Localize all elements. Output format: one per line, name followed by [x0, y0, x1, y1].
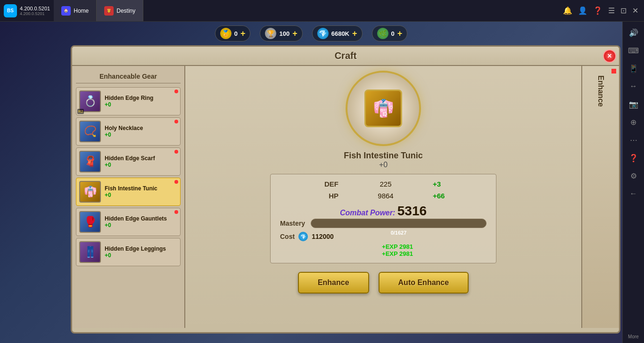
- gem-icon: 💎: [317, 28, 329, 39]
- action-buttons: Enhance Auto Enhance: [298, 272, 469, 294]
- resource-gem: 💎 6680K +: [312, 25, 363, 41]
- green-value: 0: [391, 30, 395, 37]
- green-plus[interactable]: +: [397, 29, 403, 39]
- resource-gold: 🏅 0 +: [215, 25, 251, 41]
- enhance-red-dot: [611, 69, 616, 74]
- craft-panel: Craft × Enhanceable Gear 💍 R2 Hidden Edg…: [71, 45, 620, 334]
- tab-destiny[interactable]: 👸 Destiny: [97, 0, 143, 21]
- sidebar-help2-icon[interactable]: ❓: [627, 151, 641, 165]
- bs-icon: BS: [4, 4, 17, 17]
- green-icon: 🌿: [377, 28, 388, 39]
- silver-icon: 🏆: [265, 28, 276, 39]
- destiny-tab-icon: 👸: [104, 6, 114, 16]
- cost-gem-icon: 💎: [298, 232, 308, 241]
- bluestacks-bar: BS 4.200.0.5201 4.200.0.5201 🏠 Home 👸 De…: [0, 0, 644, 22]
- gear-name-2: Holy Necklace: [105, 125, 177, 131]
- sidebar-dots-icon[interactable]: ⋯: [627, 133, 641, 147]
- combat-power-value: 5316: [397, 204, 427, 218]
- gear-item-2[interactable]: 📿 Holy Necklace +0: [76, 117, 181, 146]
- close-window-icon[interactable]: ✕: [632, 6, 638, 15]
- gear-list: Enhanceable Gear 💍 R2 Hidden Edge Ring +…: [72, 66, 185, 328]
- gear-info-3: Hidden Edge Scarf +0: [105, 155, 177, 168]
- silver-plus[interactable]: +: [292, 29, 297, 39]
- gear-icon-3: 🧣: [79, 151, 101, 172]
- stat-row-def: DEF 225 +3: [280, 180, 487, 188]
- gear-info-1: Hidden Edge Ring +0: [105, 95, 177, 108]
- gear-info-4: Fish Intestine Tunic +0: [105, 185, 177, 198]
- more-label: More: [628, 334, 639, 339]
- item-display: 👘 Fish Intestine Tunic +0: [344, 71, 423, 169]
- auto-enhance-button[interactable]: Auto Enhance: [379, 272, 469, 294]
- resource-silver: 🏆 100 +: [260, 25, 302, 41]
- item-level: +0: [379, 161, 388, 169]
- gold-value: 0: [234, 30, 238, 37]
- red-dot-4: [174, 180, 178, 184]
- sidebar-keyboard-icon[interactable]: ⌨: [627, 43, 641, 57]
- mastery-wrap: 0/1627: [311, 219, 487, 228]
- account-icon[interactable]: 👤: [578, 6, 587, 15]
- gold-plus[interactable]: +: [240, 29, 246, 39]
- item-circle-inner: 👘: [364, 90, 402, 127]
- notification-icon[interactable]: 🔔: [563, 6, 572, 15]
- tab-home[interactable]: 🏠 Home: [54, 0, 97, 21]
- gear-bonus-5: +0: [105, 222, 177, 229]
- hp-label: HP: [310, 192, 339, 200]
- gear-item-6[interactable]: 👖 Hidden Edge Leggings +0: [76, 238, 181, 266]
- red-dot-3: [174, 150, 178, 154]
- gear-item-5[interactable]: 🥊 Hidden Edge Gauntlets +0: [76, 208, 181, 236]
- home-tab-icon: 🏠: [61, 6, 71, 16]
- gear-info-5: Hidden Edge Gauntlets +0: [105, 215, 177, 229]
- right-sidebar: 🔊 ⌨ 📱 ↔ 📷 ⊕ ⋯ ❓ ⚙ ← More: [622, 22, 644, 343]
- gear-bonus-2: +0: [105, 131, 177, 138]
- gear-info-6: Hidden Edge Leggings +0: [105, 245, 177, 259]
- gear-info-2: Holy Necklace +0: [105, 125, 177, 138]
- gear-icon-1: 💍 R2: [79, 90, 101, 112]
- sidebar-sound-icon[interactable]: 🔊: [627, 25, 641, 40]
- silver-value: 100: [279, 30, 289, 37]
- gear-icon-4: 👘: [79, 181, 101, 203]
- gear-bonus-3: +0: [105, 162, 177, 168]
- gear-bonus-4: +0: [105, 192, 177, 198]
- def-value: 225: [367, 180, 405, 188]
- def-bonus: +3: [433, 180, 456, 188]
- help-icon[interactable]: ❓: [593, 6, 603, 15]
- craft-body: Enhanceable Gear 💍 R2 Hidden Edge Ring +…: [72, 66, 619, 328]
- enhance-side-label: Enhance: [596, 75, 605, 107]
- menu-icon[interactable]: ☰: [608, 6, 615, 15]
- gear-list-title: Enhanceable Gear: [76, 70, 181, 83]
- red-dot-2: [174, 120, 178, 123]
- bs-version: 4.200.0.5201: [20, 11, 50, 16]
- close-button[interactable]: ×: [603, 49, 616, 63]
- gear-icon-6: 👖: [79, 241, 101, 263]
- gear-bonus-6: +0: [105, 252, 177, 259]
- gear-item-1[interactable]: 💍 R2 Hidden Edge Ring +0: [76, 87, 181, 115]
- red-dot-1: [174, 90, 178, 93]
- stats-box: DEF 225 +3 HP 9864 +66 Combat Power: 531…: [270, 174, 496, 263]
- item-circle: 👘: [346, 71, 421, 146]
- resource-bar: 🏅 0 + 🏆 100 + 💎 6680K + 🌿 0 +: [0, 22, 622, 45]
- gear-item-3[interactable]: 🧣 Hidden Edge Scarf +0: [76, 147, 181, 176]
- enhance-button[interactable]: Enhance: [298, 272, 369, 294]
- hp-bonus: +66: [433, 192, 456, 200]
- def-label: DEF: [310, 180, 339, 188]
- sidebar-rotate-icon[interactable]: ↔: [627, 79, 641, 93]
- home-tab-label: Home: [74, 8, 89, 14]
- mastery-label: Mastery: [280, 220, 305, 227]
- sidebar-back-icon[interactable]: ←: [627, 187, 641, 201]
- craft-main: 👘 Fish Intestine Tunic +0 DEF 225 +3 HP …: [185, 66, 581, 328]
- sidebar-phone-icon[interactable]: 📱: [627, 61, 641, 75]
- gem-plus[interactable]: +: [352, 29, 357, 39]
- hp-value: 9864: [367, 192, 405, 200]
- bs-title: 4.200.0.5201: [20, 6, 50, 11]
- sidebar-camera-icon[interactable]: 📷: [627, 97, 641, 111]
- gear-item-4[interactable]: 👘 Fish Intestine Tunic +0: [76, 178, 181, 206]
- bs-right-icons: 🔔 👤 ❓ ☰ ⊡ ✕: [563, 6, 644, 15]
- exp-bonus-1: +EXP 2981: [308, 243, 487, 250]
- gear-name-5: Hidden Edge Gauntlets: [105, 215, 177, 222]
- gear-bonus-1: +0: [105, 101, 177, 108]
- window-icon[interactable]: ⊡: [620, 6, 627, 15]
- sidebar-add-icon[interactable]: ⊕: [627, 115, 641, 129]
- gear-icon-2: 📿: [79, 121, 101, 142]
- sidebar-settings-icon[interactable]: ⚙: [627, 169, 641, 183]
- craft-title: Craft: [72, 47, 619, 66]
